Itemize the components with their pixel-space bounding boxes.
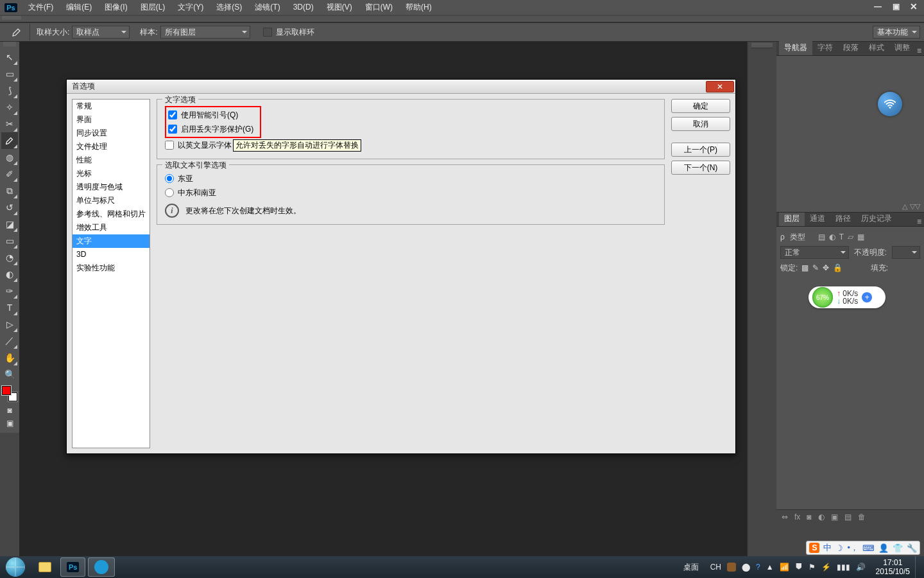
- history-brush-tool[interactable]: ↺: [1, 199, 18, 216]
- ime-person-icon[interactable]: 👤: [878, 543, 889, 553]
- type-tool[interactable]: T: [1, 299, 18, 316]
- menu-layer[interactable]: 图层(L): [134, 0, 172, 15]
- zoom-tool[interactable]: 🔍: [1, 366, 18, 383]
- new-layer-icon[interactable]: ▤: [844, 512, 851, 521]
- hand-tool[interactable]: ✋: [1, 349, 18, 366]
- prefs-cat-guides[interactable]: 参考线、网格和切片: [73, 207, 150, 221]
- tab-layers[interactable]: 图层: [779, 211, 805, 226]
- show-desktop-button[interactable]: [915, 556, 924, 578]
- ime-zhong[interactable]: 中: [823, 542, 832, 554]
- tray-sogou-icon[interactable]: [727, 563, 736, 572]
- tray-signal-icon[interactable]: ▮▮▮: [837, 563, 850, 572]
- path-select-tool[interactable]: ▷: [1, 316, 18, 333]
- tab-history[interactable]: 历史记录: [856, 211, 897, 226]
- tab-channels[interactable]: 通道: [805, 211, 830, 226]
- prefs-cat-type[interactable]: 文字: [73, 234, 150, 248]
- toolbox-grip[interactable]: [3, 42, 16, 47]
- tab-navigator[interactable]: 导航器: [779, 40, 812, 55]
- lasso-tool[interactable]: ⟆: [1, 82, 18, 99]
- lock-pos-icon[interactable]: ✥: [823, 263, 829, 272]
- english-font-names-checkbox[interactable]: [165, 141, 174, 150]
- prefs-cat-transparency[interactable]: 透明度与色域: [73, 180, 150, 194]
- taskbar-clock[interactable]: 17:01 2015/10/5: [871, 558, 915, 576]
- sample-dropdown[interactable]: 所有图层: [160, 26, 250, 39]
- east-asian-radio[interactable]: [165, 174, 174, 183]
- filter-type-icon[interactable]: ρ: [780, 232, 785, 241]
- ime-keyboard-icon[interactable]: ⌨: [862, 543, 875, 553]
- brush-tool[interactable]: ✐: [1, 166, 18, 182]
- dodge-tool[interactable]: ◐: [1, 266, 18, 283]
- ime-tool-icon[interactable]: 🔧: [907, 543, 917, 553]
- menu-image[interactable]: 图像(I): [98, 0, 133, 15]
- layers-menu-icon[interactable]: ≡: [917, 217, 921, 226]
- menu-window[interactable]: 窗口(W): [359, 0, 399, 15]
- panel-menu-icon[interactable]: ≡: [917, 46, 921, 55]
- start-button[interactable]: [0, 556, 31, 578]
- menu-file[interactable]: 文件(F): [22, 0, 60, 15]
- network-speed-widget[interactable]: 67% ↑ 0K/s ↓ 0K/s +: [809, 286, 886, 308]
- filter-shape-icon[interactable]: ▱: [848, 232, 853, 241]
- filter-type-layer-icon[interactable]: T: [839, 232, 844, 241]
- mideast-radio[interactable]: [165, 188, 174, 197]
- lock-paint-icon[interactable]: ✎: [812, 263, 819, 272]
- prefs-cat-cursors[interactable]: 光标: [73, 167, 150, 180]
- eraser-tool[interactable]: ◪: [1, 216, 18, 232]
- tab-character[interactable]: 字符: [812, 40, 838, 55]
- opacity-field[interactable]: [892, 246, 920, 259]
- tray-volume-icon[interactable]: 🔊: [856, 563, 866, 572]
- tray-wifi-icon[interactable]: 📶: [780, 563, 789, 572]
- tray-security-icon[interactable]: ⛊: [795, 563, 803, 572]
- menu-edit[interactable]: 编辑(E): [60, 0, 98, 15]
- taskbar-desktop-label[interactable]: 桌面: [683, 562, 699, 573]
- menu-type[interactable]: 文字(Y): [171, 0, 210, 15]
- ime-punct-icon[interactable]: •，: [847, 542, 859, 554]
- tab-paths[interactable]: 路径: [830, 211, 856, 226]
- tab-styles[interactable]: 样式: [864, 40, 889, 55]
- menu-select[interactable]: 选择(S): [210, 0, 248, 15]
- color-swatches[interactable]: [1, 385, 18, 402]
- healing-brush-tool[interactable]: ◍: [1, 149, 18, 166]
- delete-layer-icon[interactable]: 🗑: [858, 512, 866, 521]
- optionsbar-grip[interactable]: [0, 16, 924, 22]
- marquee-tool[interactable]: ▭: [1, 66, 18, 82]
- group-icon[interactable]: ▣: [831, 512, 838, 521]
- window-close-button[interactable]: ✕: [905, 0, 923, 13]
- menu-3d[interactable]: 3D(D): [287, 0, 320, 15]
- menu-view[interactable]: 视图(V): [320, 0, 359, 15]
- window-minimize-button[interactable]: ―: [869, 0, 887, 13]
- sample-size-dropdown[interactable]: 取样点: [72, 26, 130, 39]
- lock-all-icon[interactable]: 🔒: [833, 263, 843, 272]
- window-maximize-button[interactable]: ▣: [887, 0, 905, 13]
- taskbar-explorer[interactable]: [32, 557, 58, 577]
- tab-paragraph[interactable]: 段落: [838, 40, 864, 55]
- tray-shield-icon[interactable]: ⬤: [742, 563, 750, 572]
- filter-pixel-icon[interactable]: ▤: [818, 232, 825, 241]
- smart-quotes-checkbox[interactable]: [168, 110, 177, 119]
- line-tool[interactable]: ／: [1, 333, 18, 349]
- menu-help[interactable]: 帮助(H): [399, 0, 438, 15]
- prefs-cat-experimental[interactable]: 实验性功能: [73, 261, 150, 275]
- tray-flag-icon[interactable]: ⚑: [809, 563, 816, 572]
- nav-collapse-icon[interactable]: △: [902, 202, 907, 211]
- ime-skin-icon[interactable]: 👕: [893, 543, 903, 553]
- screenmode-toggle[interactable]: ▣: [1, 417, 18, 429]
- gradient-tool[interactable]: ▭: [1, 232, 18, 249]
- dialog-titlebar[interactable]: 首选项 ✕: [67, 80, 735, 94]
- eyedropper-tool[interactable]: [1, 132, 18, 149]
- layer-mask-icon[interactable]: ◙: [807, 512, 811, 521]
- prefs-cat-interface[interactable]: 界面: [73, 113, 150, 127]
- show-ring-checkbox[interactable]: [263, 28, 272, 37]
- nav-collapse-icon2[interactable]: ▽▽: [910, 202, 920, 211]
- next-button[interactable]: 下一个(N): [671, 161, 730, 175]
- filter-adjust-icon[interactable]: ◐: [829, 232, 835, 241]
- prefs-cat-performance[interactable]: 性能: [73, 153, 150, 167]
- crop-tool[interactable]: ✂: [1, 116, 18, 132]
- prefs-cat-general[interactable]: 常规: [73, 100, 150, 113]
- foreground-swatch[interactable]: [1, 385, 12, 396]
- missing-glyph-checkbox[interactable]: [168, 125, 177, 134]
- adjustment-layer-icon[interactable]: ◐: [818, 512, 825, 521]
- workspace-dropdown[interactable]: 基本功能: [873, 26, 920, 39]
- prefs-cat-units[interactable]: 单位与标尺: [73, 194, 150, 207]
- tray-help-icon[interactable]: ?: [756, 563, 760, 572]
- ok-button[interactable]: 确定: [671, 99, 730, 113]
